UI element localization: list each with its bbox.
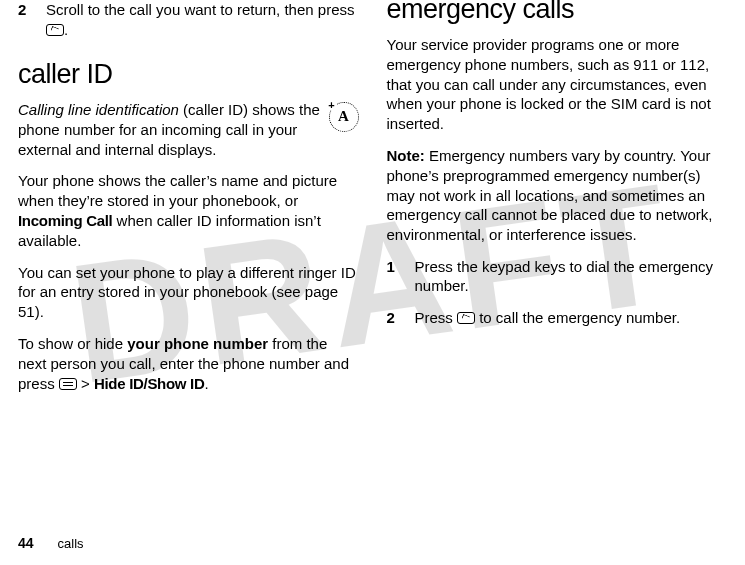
- send-key-icon: [46, 24, 64, 36]
- paragraph: Your phone shows the caller’s name and p…: [18, 171, 359, 250]
- paragraph: You can set your phone to play a differe…: [18, 263, 359, 322]
- text-ui-label: Hide ID/Show ID: [94, 375, 205, 392]
- send-key-icon: [457, 312, 475, 324]
- step-number: 1: [387, 257, 401, 296]
- heading-caller-id: caller ID: [18, 59, 359, 90]
- step-text: Scroll to the call you want to return, t…: [46, 0, 359, 39]
- page-footer: 44 calls: [18, 535, 84, 551]
- list-item: 1 Press the keypad keys to dial the emer…: [387, 257, 728, 296]
- text: Emergency numbers vary by country. Your …: [387, 147, 713, 243]
- paragraph: Your service provider programs one or mo…: [387, 35, 728, 134]
- text: to call the emergency number.: [475, 309, 680, 326]
- text: >: [77, 375, 94, 392]
- paragraph: + A Calling line identification (caller …: [18, 100, 359, 159]
- text: Your phone shows the caller’s name and p…: [18, 172, 337, 209]
- paragraph: Note: Emergency numbers vary by country.…: [387, 146, 728, 245]
- left-column: 2 Scroll to the call you want to return,…: [18, 0, 359, 520]
- section-label: calls: [58, 536, 84, 551]
- text: Press: [415, 309, 458, 326]
- step-text: Press the keypad keys to dial the emerge…: [415, 257, 728, 296]
- text: Scroll to the call you want to return, t…: [46, 1, 355, 18]
- paragraph: To show or hide your phone number from t…: [18, 334, 359, 393]
- text: .: [64, 21, 68, 38]
- right-column: emergency calls Your service provider pr…: [387, 0, 728, 520]
- page-number: 44: [18, 535, 34, 551]
- text-bold: your phone number: [127, 335, 268, 352]
- menu-key-icon: [59, 378, 77, 390]
- text-italic: Calling line identification: [18, 101, 179, 118]
- network-dependent-icon: + A: [329, 102, 359, 137]
- step-number: 2: [387, 308, 401, 328]
- step-number: 2: [18, 0, 32, 39]
- list-item: 2 Scroll to the call you want to return,…: [18, 0, 359, 39]
- text-ui-label: Incoming Call: [18, 212, 112, 229]
- text: .: [204, 375, 208, 392]
- text-bold: Note:: [387, 147, 425, 164]
- heading-emergency-calls: emergency calls: [387, 0, 728, 25]
- page-columns: 2 Scroll to the call you want to return,…: [0, 0, 745, 520]
- list-item: 2 Press to call the emergency number.: [387, 308, 728, 328]
- text: To show or hide: [18, 335, 127, 352]
- step-text: Press to call the emergency number.: [415, 308, 728, 328]
